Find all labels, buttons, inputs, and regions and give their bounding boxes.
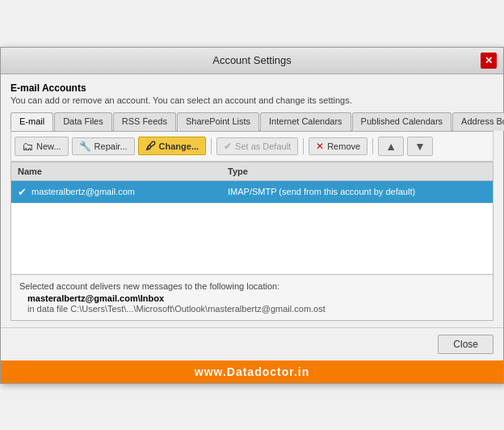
repair-icon: 🔧	[79, 141, 91, 152]
info-heading: E-mail Accounts	[10, 82, 494, 94]
new-button[interactable]: 🗂 New...	[15, 137, 69, 156]
change-label: Change...	[159, 141, 200, 151]
tab-sharepoint[interactable]: SharePoint Lists	[177, 112, 259, 131]
tab-published-calendars[interactable]: Published Calendars	[352, 112, 452, 131]
account-name-cell: ✔ masteralbertz@gmail.com	[11, 184, 221, 200]
list-header: Name Type	[11, 162, 493, 181]
repair-label: Repair...	[94, 141, 128, 151]
check-icon: ✔	[18, 186, 27, 198]
info-section: E-mail Accounts You can add or remove an…	[10, 82, 494, 105]
dialog-body: E-mail Accounts You can add or remove an…	[1, 74, 503, 327]
tab-rss-feeds[interactable]: RSS Feeds	[113, 112, 176, 131]
set-default-icon: ✔	[224, 141, 232, 152]
close-title-button[interactable]: ✕	[481, 53, 497, 69]
selected-data-file-path: in data file C:\Users\Test\...\Microsoft…	[27, 304, 485, 314]
tab-data-files[interactable]: Data Files	[54, 112, 112, 131]
account-email: masteralbertz@gmail.com	[32, 187, 135, 196]
info-description: You can add or remove an account. You ca…	[10, 95, 494, 105]
toolbar-separator-3	[372, 138, 373, 154]
toolbar-separator-2	[303, 138, 304, 154]
dialog-title: Account Settings	[23, 54, 481, 66]
account-type-cell: IMAP/SMTP (send from this account by def…	[221, 185, 493, 198]
down-icon: ▼	[414, 140, 426, 153]
tab-address-books[interactable]: Address Books	[452, 112, 504, 131]
move-up-button[interactable]: ▲	[378, 137, 404, 156]
account-settings-dialog: Account Settings ✕ E-mail Accounts You c…	[0, 47, 504, 384]
column-header-type: Type	[221, 164, 493, 179]
set-default-label: Set as Default	[235, 141, 291, 151]
selected-account-info: Selected account delivers new messages t…	[10, 275, 494, 321]
account-list: Name Type ✔ masteralbertz@gmail.com IMAP…	[10, 162, 494, 275]
remove-button[interactable]: ✕ Remove	[309, 137, 368, 155]
set-default-button[interactable]: ✔ Set as Default	[216, 137, 298, 155]
tab-email[interactable]: E-mail	[10, 112, 53, 131]
new-label: New...	[36, 141, 61, 151]
bottom-banner: www.Datadoctor.in	[1, 360, 503, 383]
remove-icon: ✕	[316, 141, 324, 152]
title-bar: Account Settings ✕	[1, 48, 503, 74]
repair-button[interactable]: 🔧 Repair...	[72, 137, 135, 155]
table-row[interactable]: ✔ masteralbertz@gmail.com IMAP/SMTP (sen…	[11, 181, 493, 203]
new-icon: 🗂	[22, 140, 33, 153]
move-down-button[interactable]: ▼	[407, 137, 433, 156]
dialog-footer: Close	[1, 327, 503, 360]
tab-internet-calendars[interactable]: Internet Calendars	[260, 112, 351, 131]
column-header-name: Name	[11, 164, 221, 179]
up-icon: ▲	[385, 140, 397, 153]
account-toolbar: 🗂 New... 🔧 Repair... 🖊 Change... ✔ Set a…	[10, 132, 494, 162]
selected-info-description: Selected account delivers new messages t…	[19, 281, 279, 291]
toolbar-separator-1	[211, 138, 212, 154]
remove-label: Remove	[327, 141, 360, 151]
close-button[interactable]: Close	[438, 335, 494, 354]
selected-account-path: masteralbertz@gmail.com\Inbox	[27, 293, 485, 303]
change-icon: 🖊	[145, 140, 156, 152]
change-button[interactable]: 🖊 Change...	[138, 137, 207, 155]
tab-bar: E-mail Data Files RSS Feeds SharePoint L…	[10, 112, 494, 132]
banner-text: www.Datadoctor.in	[195, 365, 310, 378]
